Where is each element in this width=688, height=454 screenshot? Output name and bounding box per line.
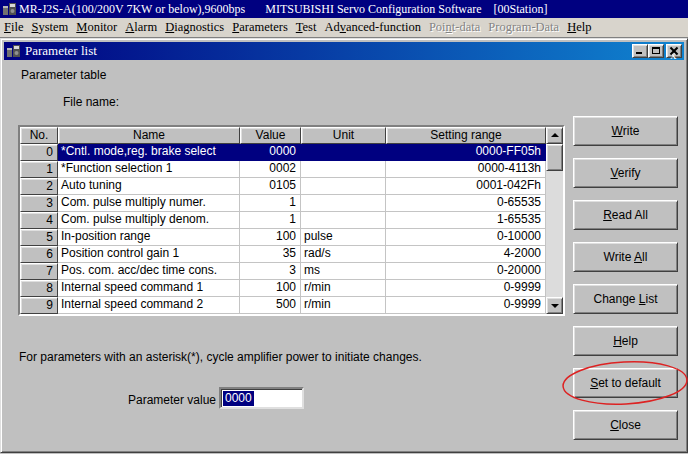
name-cell: *Cntl. mode,reg. brake select: [58, 144, 240, 161]
table-row[interactable]: 6Position control gain 135rad/s4-2000: [20, 246, 563, 263]
menu-diagnostics[interactable]: Diagnostics: [161, 19, 228, 37]
menu-bar: FileSystemMonitorAlarmDiagnosticsParamet…: [0, 18, 688, 38]
row-number-cell[interactable]: 4: [20, 212, 58, 229]
parameter-table-label: Parameter table: [21, 68, 106, 82]
menu-monitor[interactable]: Monitor: [72, 19, 121, 37]
row-number-cell[interactable]: 6: [20, 246, 58, 263]
value-cell: 100: [240, 229, 301, 246]
row-number-cell[interactable]: 9: [20, 297, 58, 314]
menu-help[interactable]: Help: [563, 19, 595, 37]
menu-program-data: Program-Data: [484, 19, 563, 37]
name-cell: Pos. com. acc/dec time cons.: [58, 263, 240, 280]
value-cell: 0105: [240, 178, 301, 195]
close-button[interactable]: x: [666, 44, 682, 58]
window-title-app: MITSUBISHI Servo Configuration Software: [265, 2, 481, 17]
change-list-button[interactable]: Change List: [573, 284, 678, 314]
name-cell: In-position range: [58, 229, 240, 246]
app-icon: [2, 2, 17, 16]
unit-cell: r/min: [301, 280, 386, 297]
parameter-list-titlebar[interactable]: Parameter list x: [4, 42, 684, 60]
table-scrollbar[interactable]: [546, 127, 563, 314]
range-cell: 0-10000: [386, 229, 546, 246]
row-number-cell[interactable]: 3: [20, 195, 58, 212]
table-row[interactable]: 7Pos. com. acc/dec time cons.3ms0-20000: [20, 263, 563, 280]
table-header-row: No.NameValueUnitSetting range: [20, 127, 563, 144]
unit-cell: ms: [301, 263, 386, 280]
menu-test[interactable]: Test: [292, 19, 321, 37]
parameter-value-text: 0000: [223, 391, 254, 406]
value-cell: 500: [240, 297, 301, 314]
row-number-cell[interactable]: 0: [20, 144, 58, 161]
unit-cell: pulse: [301, 229, 386, 246]
table-row[interactable]: 4Com. pulse multiply denom.11-65535: [20, 212, 563, 229]
main-titlebar: MR-J2S-A(100/200V 7KW or below),9600bps …: [0, 0, 688, 18]
column-header-name: Name: [58, 127, 240, 144]
parameter-value-label: Parameter value: [128, 393, 216, 407]
help-button[interactable]: Help: [573, 326, 678, 356]
scroll-down-button[interactable]: [546, 297, 563, 314]
unit-cell: [301, 212, 386, 229]
name-cell: Com. pulse multiply denom.: [58, 212, 240, 229]
set-to-default-button[interactable]: Set to default: [573, 368, 678, 398]
unit-cell: [301, 161, 386, 178]
close-button[interactable]: Close: [573, 410, 678, 440]
window-icon: [6, 44, 21, 58]
scroll-up-button[interactable]: [546, 127, 563, 144]
name-cell: Internal speed command 2: [58, 297, 240, 314]
range-cell: 0-9999: [386, 297, 546, 314]
file-name-label: File name:: [63, 95, 119, 109]
table-row[interactable]: 2Auto tuning01050001-042Fh: [20, 178, 563, 195]
row-number-cell[interactable]: 8: [20, 280, 58, 297]
range-cell: 0-65535: [386, 195, 546, 212]
row-number-cell[interactable]: 5: [20, 229, 58, 246]
maximize-button[interactable]: [648, 44, 664, 58]
row-number-cell[interactable]: 2: [20, 178, 58, 195]
unit-cell: r/min: [301, 297, 386, 314]
write-button[interactable]: Write: [573, 116, 678, 146]
range-cell: 0001-042Fh: [386, 178, 546, 195]
write-all-button[interactable]: Write All: [573, 242, 678, 272]
value-cell: 0002: [240, 161, 301, 178]
menu-alarm[interactable]: Alarm: [121, 19, 161, 37]
row-number-cell[interactable]: 1: [20, 161, 58, 178]
window-title-station: [00Station]: [494, 2, 548, 17]
unit-cell: [301, 178, 386, 195]
parameter-table: No.NameValueUnitSetting range0*Cntl. mod…: [18, 125, 565, 316]
table-row[interactable]: 0*Cntl. mode,reg. brake select00000000-F…: [20, 144, 563, 161]
column-header-setting-range: Setting range: [386, 127, 546, 144]
value-cell: 35: [240, 246, 301, 263]
minimize-button[interactable]: [632, 44, 648, 58]
range-cell: 0-20000: [386, 263, 546, 280]
asterisk-note: For parameters with an asterisk(*), cycl…: [19, 350, 422, 364]
menu-file[interactable]: File: [0, 19, 27, 37]
name-cell: Com. pulse multiply numer.: [58, 195, 240, 212]
value-cell: 0000: [240, 144, 301, 161]
menu-system[interactable]: System: [27, 19, 72, 37]
unit-cell: rad/s: [301, 246, 386, 263]
row-number-cell[interactable]: 7: [20, 263, 58, 280]
table-row[interactable]: 1*Function selection 100020000-4113h: [20, 161, 563, 178]
value-cell: 1: [240, 212, 301, 229]
parameter-list-window: Parameter list x Parameter table File na…: [0, 38, 688, 453]
scroll-thumb[interactable]: [546, 144, 563, 171]
name-cell: Auto tuning: [58, 178, 240, 195]
table-row[interactable]: 8Internal speed command 1100r/min0-9999: [20, 280, 563, 297]
name-cell: Internal speed command 1: [58, 280, 240, 297]
menu-parameters[interactable]: Parameters: [228, 19, 292, 37]
window-title-model: MR-J2S-A(100/200V 7KW or below),9600bps: [19, 2, 245, 17]
menu-advanced-function[interactable]: Advanced-function: [320, 19, 425, 37]
unit-cell: [301, 195, 386, 212]
range-cell: 4-2000: [386, 246, 546, 263]
table-row[interactable]: 5In-position range100pulse0-10000: [20, 229, 563, 246]
value-cell: 3: [240, 263, 301, 280]
table-row[interactable]: 3Com. pulse multiply numer.10-65535: [20, 195, 563, 212]
table-row[interactable]: 9Internal speed command 2500r/min0-9999: [20, 297, 563, 314]
name-cell: *Function selection 1: [58, 161, 240, 178]
range-cell: 0000-FF05h: [386, 144, 546, 161]
column-header-value: Value: [240, 127, 301, 144]
verify-button[interactable]: Verify: [573, 158, 678, 188]
parameter-value-input[interactable]: 0000: [219, 387, 304, 409]
name-cell: Position control gain 1: [58, 246, 240, 263]
read-all-button[interactable]: Read All: [573, 200, 678, 230]
value-cell: 1: [240, 195, 301, 212]
